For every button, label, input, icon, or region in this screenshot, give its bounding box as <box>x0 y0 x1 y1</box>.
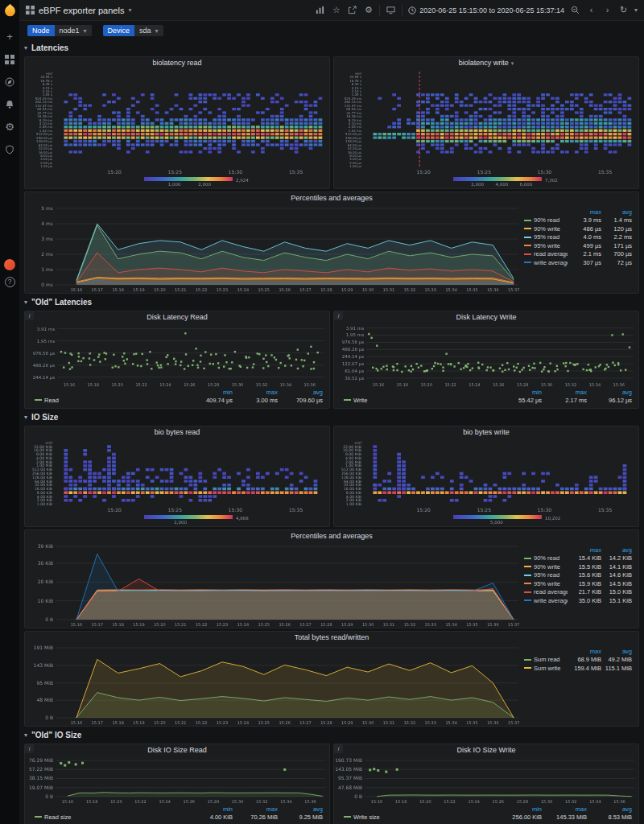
chevron-down-icon[interactable]: ▾ <box>128 6 131 14</box>
variable-value-node[interactable]: node1▾ <box>55 25 92 36</box>
time-range-picker[interactable]: 2020-06-25 15:15:00 to 2020-06-25 15:37:… <box>408 6 564 14</box>
alerting-bell-icon[interactable] <box>2 98 17 113</box>
legend-item[interactable]: 90% write486 µs120 µs <box>524 225 632 233</box>
row-collapse-icon: ▾ <box>24 44 27 52</box>
variable-label-node: Node <box>27 25 55 36</box>
legend-item[interactable]: 90% write15.5 KiB14.1 KiB <box>524 562 632 571</box>
legend-item[interactable]: 95% read4.0 ms2.2 ms <box>524 233 632 242</box>
chevron-right-icon[interactable]: › <box>602 5 613 15</box>
legend-item[interactable]: write average307 µs72 µs <box>524 258 632 267</box>
refresh-icon[interactable]: ↻ <box>618 5 629 15</box>
legend-item[interactable]: read average21.7 KiB15.0 KiB <box>524 588 632 597</box>
panel-title[interactable]: biolatency write▾ <box>334 57 638 69</box>
row-title: Latencies <box>31 43 68 52</box>
legend-item[interactable]: Read size4.00 KiB70.26 MiB9.25 MiB <box>35 813 323 821</box>
disk-io-size-read-chart[interactable] <box>25 756 329 805</box>
panel-title[interactable]: Disk IO Size Read <box>25 744 329 756</box>
legend-item[interactable]: Write size256.00 KiB145.33 MiB8.53 MiB <box>344 813 632 821</box>
sidebar: + ⚙ ? <box>0 0 19 824</box>
legend-item[interactable]: write average35.0 KiB15.1 KiB <box>524 596 632 605</box>
share-icon[interactable] <box>347 6 357 14</box>
server-admin-shield-icon[interactable] <box>2 143 17 158</box>
legend-item[interactable]: 90% read3.9 ms1.4 ms <box>524 216 632 225</box>
row-io-size[interactable]: ▾ IO Size <box>24 411 639 423</box>
dashboard-title[interactable]: eBPF exporter panels <box>39 6 124 15</box>
panel-title[interactable]: Total bytes read/written <box>25 632 638 644</box>
panel-disk-latency-read: i Disk Latency Read minmaxavgRead409.74 … <box>24 311 330 409</box>
legend: minmaxavgWrite size256.00 KiB145.33 MiB8… <box>334 805 638 822</box>
legend: maxavg90% read15.4 KiB14.2 KiB90% write1… <box>522 542 637 605</box>
biolatency-write-heatmap[interactable] <box>334 69 638 187</box>
biolatency-read-heatmap[interactable] <box>25 69 329 187</box>
row-collapse-icon: ▾ <box>24 414 27 421</box>
panel-title[interactable]: Disk Latency Read <box>25 311 329 323</box>
panel-info-icon[interactable]: i <box>25 744 34 753</box>
total-bytes-chart[interactable] <box>25 644 522 726</box>
zoom-out-icon[interactable] <box>570 6 580 14</box>
legend-item[interactable]: 95% write499 µs171 µs <box>524 241 632 250</box>
clock-icon <box>408 6 416 14</box>
percentiles-latency-chart[interactable] <box>25 204 522 293</box>
star-icon[interactable]: ☆ <box>331 5 341 15</box>
legend-item[interactable]: Sum read68.9 MiB49.2 MiB <box>524 656 632 665</box>
legend-item[interactable]: 90% read15.4 KiB14.2 KiB <box>524 554 632 563</box>
panel-disk-io-size-write: i Disk IO Size Write minmaxavgWrite size… <box>333 744 639 824</box>
panel-menu-caret-icon[interactable]: ▾ <box>511 60 514 66</box>
bio-bytes-read-heatmap[interactable] <box>25 439 329 525</box>
panel-info-icon[interactable]: i <box>25 311 34 320</box>
help-icon[interactable]: ? <box>5 277 15 287</box>
legend-item[interactable]: Sum write159.4 MiB115.1 MiB <box>524 664 632 673</box>
legend-item[interactable]: 95% read15.6 KiB14.6 KiB <box>524 571 632 580</box>
percentiles-io-chart[interactable] <box>25 542 522 628</box>
divider <box>379 5 380 16</box>
panel-info-icon[interactable]: i <box>334 744 343 753</box>
panel-disk-io-size-read: i Disk IO Size Read minmaxavgRead size4.… <box>24 744 330 824</box>
device-value-text: sda <box>139 27 151 35</box>
panel-title[interactable]: Percentiles and averages <box>25 530 638 542</box>
app-root: + ⚙ ? eBPF exporter panels ▾ <box>0 0 644 824</box>
chevron-down-icon: ▾ <box>84 27 87 35</box>
panel-title[interactable]: bio bytes write <box>334 426 638 439</box>
legend: maxavg90% read3.9 ms1.4 ms90% write486 µ… <box>522 204 637 267</box>
disk-latency-read-chart[interactable] <box>25 323 329 388</box>
row-old-latencies[interactable]: ▾ "Old" Latencies <box>24 296 639 308</box>
configuration-gear-icon[interactable]: ⚙ <box>2 121 17 135</box>
variables-bar: Node node1▾ Device sda▾ <box>19 21 644 40</box>
dashboards-icon[interactable] <box>2 53 17 68</box>
variable-node: Node node1▾ <box>27 25 92 36</box>
legend-item[interactable]: Read409.74 µs3.00 ms709.60 µs <box>35 396 323 404</box>
disk-io-size-write-chart[interactable] <box>334 756 638 805</box>
panel-title[interactable]: bio bytes read <box>25 426 329 439</box>
panel-title[interactable]: Disk IO Size Write <box>334 744 638 756</box>
dashboard-grid-icon <box>26 3 35 18</box>
variable-value-device[interactable]: sda▾ <box>134 25 163 36</box>
legend-item[interactable]: read average2.1 ms700 µs <box>524 250 632 259</box>
sidebar-bottom: ? <box>0 259 19 287</box>
row-collapse-icon: ▾ <box>24 731 27 739</box>
row-latencies[interactable]: ▾ Latencies <box>24 42 639 54</box>
bio-bytes-write-heatmap[interactable] <box>334 439 638 525</box>
chevron-left-icon[interactable]: ‹ <box>586 5 597 15</box>
disk-latency-write-chart[interactable] <box>334 323 638 388</box>
row-title: "Old" Latencies <box>31 298 92 307</box>
refresh-interval-caret-icon[interactable]: ▾ <box>634 6 638 14</box>
panel-title[interactable]: Disk Latency Write <box>334 311 638 323</box>
grafana-logo-icon[interactable] <box>3 3 17 17</box>
panel-title[interactable]: Percentiles and averages <box>25 192 638 204</box>
dashboard: ▾ Latencies biolatency read biolatency w… <box>19 40 644 824</box>
panel-percentiles-io: Percentiles and averages maxavg90% read1… <box>24 529 639 628</box>
panel-title[interactable]: biolatency read <box>25 57 329 69</box>
cycle-view-monitor-icon[interactable] <box>386 6 396 14</box>
row-title: IO Size <box>31 413 58 422</box>
row-old-io-size[interactable]: ▾ "Old" IO Size <box>24 729 639 741</box>
panel-percentiles-latency: Percentiles and averages maxavg90% read3… <box>24 192 639 294</box>
explore-compass-icon[interactable] <box>2 76 17 90</box>
legend-item[interactable]: Write55.42 µs2.17 ms96.12 µs <box>344 396 632 404</box>
settings-gear-icon[interactable]: ⚙ <box>363 5 374 15</box>
panel-info-icon[interactable]: i <box>334 311 343 320</box>
create-plus-icon[interactable]: + <box>2 31 17 45</box>
legend: minmaxavgWrite55.42 µs2.17 ms96.12 µs <box>334 388 638 406</box>
add-panel-icon[interactable] <box>315 6 325 14</box>
legend-item[interactable]: 95% write15.9 KiB14.5 KiB <box>524 579 632 588</box>
user-avatar[interactable] <box>4 259 15 270</box>
